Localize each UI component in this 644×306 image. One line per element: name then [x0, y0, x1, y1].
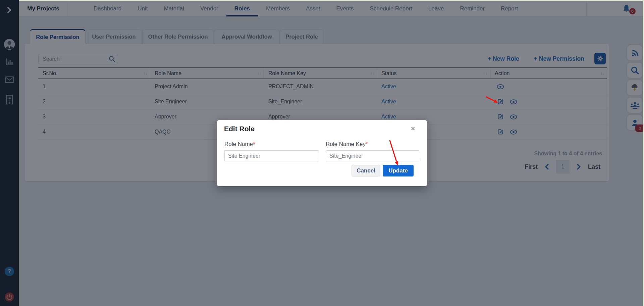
role-name-key-field[interactable] — [326, 150, 419, 161]
required-mark: * — [366, 141, 368, 147]
edit-role-modal: Edit Role × Role Name* Role Name Key* Ca… — [217, 120, 427, 186]
required-mark: * — [253, 141, 255, 147]
role-name-label: Role Name* — [224, 141, 255, 148]
role-name-field[interactable] — [224, 150, 319, 161]
role-name-key-label: Role Name Key* — [326, 141, 368, 148]
close-icon[interactable]: × — [411, 124, 415, 133]
update-button[interactable]: Update — [383, 165, 414, 176]
cancel-button[interactable]: Cancel — [352, 165, 380, 176]
page-top-edge — [19, 0, 644, 1]
modal-title: Edit Role — [224, 125, 255, 133]
app-window: ? My Projects Dashboard Unit Material Ve… — [0, 0, 644, 306]
